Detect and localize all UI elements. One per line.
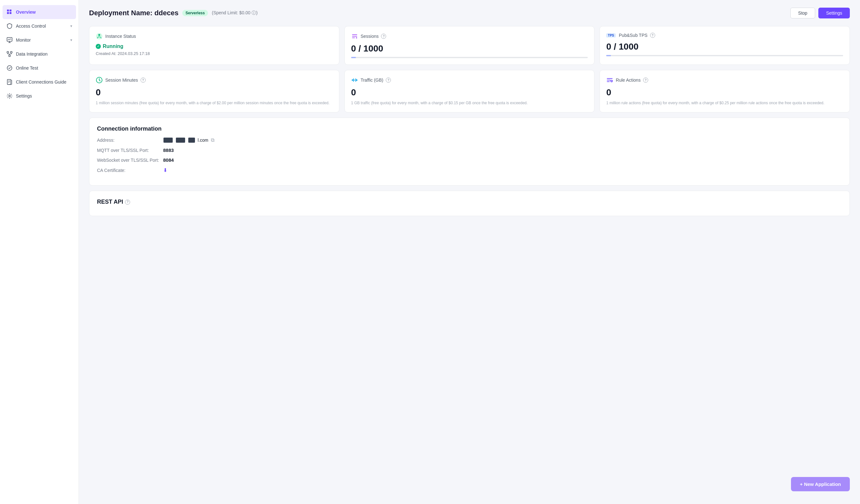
card-header-pubsub: TPS Pub&Sub TPS ? <box>606 33 843 38</box>
websocket-port: 8084 <box>163 157 174 163</box>
card-header-sessions: Sessions ? <box>351 33 588 40</box>
sidebar-item-label: Client Connections Guide <box>16 79 67 85</box>
ca-row: CA Certificate: ⬇ <box>97 167 842 173</box>
sidebar-item-label: Settings <box>16 93 32 99</box>
sidebar-item-overview[interactable]: Overview <box>2 5 76 19</box>
mqtt-label: MQTT over TLS/SSL Port: <box>97 148 161 153</box>
rest-api-section: REST API ? <box>89 191 850 216</box>
svg-point-10 <box>9 95 11 97</box>
ca-label: CA Certificate: <box>97 168 161 173</box>
card-title-instance: Instance Status <box>105 34 136 39</box>
sessions-progress <box>351 57 588 58</box>
session-minutes-desc: 1 million session minutes (free quota) f… <box>96 100 333 106</box>
main-content: Deployment Name: ddeces Serverless (Spen… <box>79 0 860 504</box>
chevron-down-icon: ▾ <box>70 24 72 28</box>
svg-rect-7 <box>9 55 11 57</box>
pubsub-value: 0 / 1000 <box>606 42 843 52</box>
card-header-rule-actions: Rule Actions ? <box>606 77 843 84</box>
grid-icon <box>6 9 13 15</box>
status-dot <box>96 44 101 49</box>
svg-rect-6 <box>11 51 12 53</box>
pubsub-tps-card: TPS Pub&Sub TPS ? 0 / 1000 <box>600 26 850 65</box>
mqtt-port: 8883 <box>163 147 174 153</box>
sessions-progress-bar <box>351 57 356 58</box>
svg-rect-1 <box>10 10 12 12</box>
pubsub-progress <box>606 55 843 56</box>
sidebar-item-label: Monitor <box>16 38 31 43</box>
mqtt-row: MQTT over TLS/SSL Port: 8883 <box>97 147 842 153</box>
sidebar-item-label: Access Control <box>16 24 46 29</box>
websocket-row: WebSocket over TLS/SSL Port: 8084 <box>97 157 842 163</box>
page-header: Deployment Name: ddeces Serverless (Spen… <box>89 8 850 18</box>
book-icon <box>6 79 13 85</box>
sidebar-item-data-integration[interactable]: Data Integration <box>0 47 78 61</box>
created-at: Created At: 2024.03.25 17:18 <box>96 51 333 56</box>
chevron-down-icon: ▾ <box>70 38 72 42</box>
cards-row-2: Session Minutes ? 0 1 million session mi… <box>89 70 850 113</box>
svg-point-12 <box>98 34 100 36</box>
status-running: Running <box>96 44 333 49</box>
sidebar-item-client-connections-guide[interactable]: Client Connections Guide <box>0 75 78 89</box>
session-minutes-icon <box>96 77 103 84</box>
sessions-help-icon[interactable]: ? <box>381 34 386 39</box>
rule-actions-icon <box>606 77 613 84</box>
rest-api-header: REST API ? <box>97 198 842 205</box>
svg-rect-5 <box>7 51 9 53</box>
spend-limit: (Spend Limit: $0.00 ⓘ) <box>212 10 258 16</box>
rule-actions-help-icon[interactable]: ? <box>643 77 648 83</box>
sidebar-item-online-test[interactable]: Online Test <box>0 61 78 75</box>
download-icon[interactable]: ⬇ <box>163 167 167 173</box>
svg-rect-0 <box>7 10 9 12</box>
traffic-icon <box>351 77 358 84</box>
stop-button[interactable]: Stop <box>790 8 816 18</box>
cards-row-1: Instance Status Running Created At: 2024… <box>89 26 850 65</box>
sessions-card: Sessions ? 0 / 1000 <box>344 26 595 65</box>
traffic-desc: 1 GB traffic (free quota) for every mont… <box>351 100 588 106</box>
card-title-rule-actions: Rule Actions <box>616 77 641 83</box>
card-title-traffic: Traffic (GB) <box>361 77 384 83</box>
rest-api-help-icon[interactable]: ? <box>125 199 130 205</box>
svg-rect-3 <box>10 12 12 14</box>
serverless-badge: Serverless <box>182 10 208 16</box>
card-header-traffic: Traffic (GB) ? <box>351 77 588 84</box>
sidebar: Overview Access Control ▾ Monitor ▾ <box>0 0 79 504</box>
monitor-icon <box>6 37 13 43</box>
copy-icon[interactable]: ⧉ <box>211 137 214 143</box>
header-actions: Stop Settings <box>790 8 850 18</box>
sidebar-item-label: Overview <box>16 10 35 15</box>
sidebar-item-access-control[interactable]: Access Control ▾ <box>0 19 78 33</box>
data-integration-icon <box>6 51 13 57</box>
sessions-value: 0 / 1000 <box>351 44 588 54</box>
traffic-card: Traffic (GB) ? 0 1 GB traffic (free quot… <box>344 70 595 113</box>
new-application-button[interactable]: + New Application <box>791 477 850 491</box>
page-title: Deployment Name: ddeces <box>89 9 178 17</box>
rule-actions-desc: 1 million rule actions (free quota) for … <box>606 100 843 106</box>
session-minutes-help-icon[interactable]: ? <box>141 77 146 83</box>
gear-icon <box>6 93 13 99</box>
pubsub-progress-bar <box>606 55 611 56</box>
session-minutes-value: 0 <box>96 87 333 98</box>
rule-actions-card: Rule Actions ? 0 1 million rule actions … <box>600 70 850 113</box>
card-title-pubsub: Pub&Sub TPS <box>619 33 647 38</box>
instance-icon <box>96 33 103 40</box>
svg-rect-9 <box>7 79 11 85</box>
address-part2: ██ <box>176 138 185 143</box>
websocket-label: WebSocket over TLS/SSL Port: <box>97 158 161 163</box>
session-minutes-card: Session Minutes ? 0 1 million session mi… <box>89 70 339 113</box>
connection-section-title: Connection information <box>97 125 842 132</box>
sidebar-item-monitor[interactable]: Monitor ▾ <box>0 33 78 47</box>
connection-section: Connection information Address: ██ ██ █ … <box>89 118 850 186</box>
settings-button[interactable]: Settings <box>818 8 850 18</box>
traffic-help-icon[interactable]: ? <box>386 77 391 83</box>
sidebar-item-label: Online Test <box>16 65 38 71</box>
sidebar-item-settings[interactable]: Settings <box>0 89 78 103</box>
sessions-icon <box>351 33 358 40</box>
rest-api-title: REST API <box>97 198 123 205</box>
tps-label: TPS <box>606 33 615 38</box>
online-test-icon <box>6 65 13 71</box>
card-header-instance: Instance Status <box>96 33 333 40</box>
pubsub-help-icon[interactable]: ? <box>650 33 655 38</box>
card-title-session-minutes: Session Minutes <box>105 77 138 83</box>
address-suffix: l.com <box>198 138 208 143</box>
instance-status-card: Instance Status Running Created At: 2024… <box>89 26 339 65</box>
